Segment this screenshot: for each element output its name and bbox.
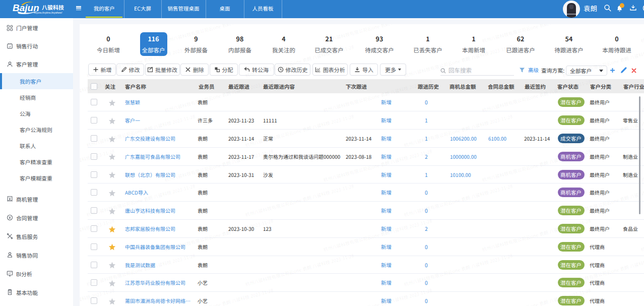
svg-text:Anyone,Anytime,Anywhere!: Anyone,Anytime,Anywhere! bbox=[34, 12, 62, 14]
